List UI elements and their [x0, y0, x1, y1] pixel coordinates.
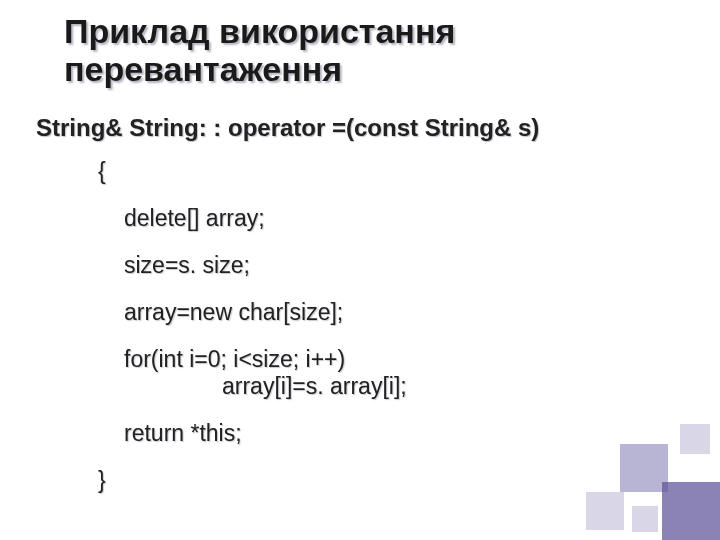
- code-line-delete: delete[] array;: [124, 207, 696, 230]
- title-line-2: перевантаження: [64, 50, 342, 88]
- function-signature: String& String: : operator =(const Strin…: [36, 114, 696, 142]
- title-line-1: Приклад використання: [64, 12, 455, 50]
- code-line-return: return *this;: [124, 422, 696, 445]
- slide-title: Приклад використання перевантаження: [64, 12, 696, 88]
- brace-open: {: [98, 160, 696, 183]
- code-line-size: size=s. size;: [124, 254, 696, 277]
- slide: Приклад використання перевантаження Stri…: [0, 0, 720, 540]
- code-block: { delete[] array; size=s. size; array=ne…: [64, 160, 696, 492]
- code-line-assign: array[i]=s. array[i];: [222, 375, 696, 398]
- brace-close: }: [98, 469, 696, 492]
- code-line-for: for(int i=0; i<size; i++): [124, 348, 696, 371]
- code-line-new: array=new char[size];: [124, 301, 696, 324]
